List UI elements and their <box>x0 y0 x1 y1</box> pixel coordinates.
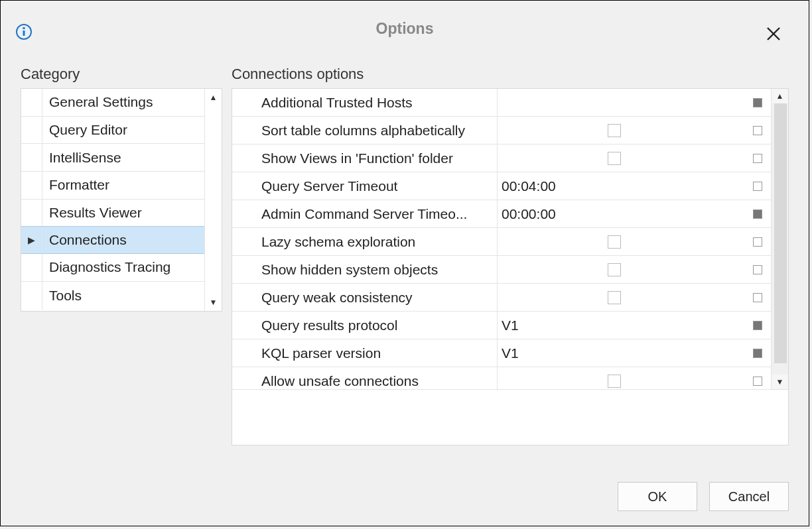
scroll-down-icon[interactable]: ▼ <box>210 298 218 307</box>
category-label: IntelliSense <box>42 150 204 166</box>
option-name: Allow unsafe connections <box>232 367 498 389</box>
option-name: Lazy schema exploration <box>232 228 498 255</box>
option-checkbox[interactable] <box>608 375 621 388</box>
category-list: General SettingsQuery EditorIntelliSense… <box>21 88 222 312</box>
option-name: Query Server Timeout <box>232 172 498 200</box>
option-name: Additional Trusted Hosts <box>232 89 498 116</box>
category-marker <box>21 117 42 144</box>
reset-indicator-icon <box>753 293 762 302</box>
category-item[interactable]: Query Editor <box>21 117 204 145</box>
option-row[interactable]: KQL parser versionV1 <box>232 339 771 367</box>
reset-indicator-icon <box>753 154 762 163</box>
option-name: KQL parser version <box>232 339 498 367</box>
svg-rect-1 <box>23 30 25 36</box>
scrollbar-track[interactable] <box>772 103 788 375</box>
option-row[interactable]: Sort table columns alphabetically <box>232 117 771 145</box>
reset-indicator-icon <box>753 209 762 219</box>
option-checkbox[interactable] <box>608 152 621 165</box>
svg-point-2 <box>23 27 25 30</box>
options-grid: Additional Trusted HostsSort table colum… <box>232 88 789 445</box>
option-value[interactable] <box>498 256 744 283</box>
option-value[interactable]: V1 <box>498 312 744 339</box>
reset-indicator-icon <box>753 126 762 135</box>
option-value[interactable]: 00:04:00 <box>498 172 744 200</box>
option-row[interactable]: Query weak consistency <box>232 284 771 312</box>
scroll-down-icon[interactable]: ▼ <box>772 375 788 389</box>
option-value[interactable] <box>498 145 744 172</box>
option-name: Query results protocol <box>232 312 498 339</box>
option-row[interactable]: Show hidden system objects <box>232 256 771 284</box>
reset-indicator-icon <box>753 349 762 358</box>
option-row[interactable]: Query Server Timeout00:04:00 <box>232 172 771 200</box>
option-value[interactable]: V1 <box>498 339 744 367</box>
option-name: Show Views in 'Function' folder <box>232 145 498 172</box>
cancel-button[interactable]: Cancel <box>709 482 789 511</box>
option-row[interactable]: Admin Command Server Timeo...00:00:00 <box>232 200 771 228</box>
options-scrollbar[interactable]: ▲ ▼ <box>771 89 788 389</box>
category-item[interactable]: IntelliSense <box>21 144 204 172</box>
option-value-text: 00:00:00 <box>502 206 556 222</box>
category-item[interactable]: Tools <box>21 282 204 310</box>
ok-button[interactable]: OK <box>618 482 697 511</box>
option-value[interactable]: 00:00:00 <box>498 200 744 227</box>
category-label: Formatter <box>42 177 204 193</box>
option-row[interactable]: Show Views in 'Function' folder <box>232 145 771 172</box>
close-icon <box>766 27 781 41</box>
option-checkbox[interactable] <box>608 291 621 304</box>
option-value[interactable] <box>498 117 744 144</box>
option-value[interactable] <box>498 89 744 116</box>
option-row[interactable]: Additional Trusted Hosts <box>232 89 771 117</box>
category-marker <box>21 254 42 281</box>
option-reset[interactable] <box>744 117 771 144</box>
category-marker <box>21 172 42 199</box>
option-reset[interactable] <box>744 172 771 200</box>
reset-indicator-icon <box>753 182 762 191</box>
category-item[interactable]: Results Viewer <box>21 200 204 227</box>
option-row[interactable]: Query results protocolV1 <box>232 312 771 339</box>
option-reset[interactable] <box>744 200 771 227</box>
category-item[interactable]: Diagnostics Tracing <box>21 254 204 282</box>
option-value[interactable] <box>498 367 744 389</box>
reset-indicator-icon <box>753 265 762 274</box>
option-reset[interactable] <box>744 228 771 255</box>
option-row[interactable]: Lazy schema exploration <box>232 228 771 256</box>
option-value-text: V1 <box>502 318 519 333</box>
option-reset[interactable] <box>744 312 771 339</box>
option-value[interactable] <box>498 228 744 255</box>
option-reset[interactable] <box>744 367 771 389</box>
option-reset[interactable] <box>744 145 771 172</box>
category-label: Connections <box>42 232 204 248</box>
close-button[interactable] <box>760 21 787 50</box>
option-value[interactable] <box>498 284 744 311</box>
category-scrollbar[interactable]: ▲ ▼ <box>204 89 222 311</box>
category-label: Tools <box>42 288 204 304</box>
option-value-text: 00:04:00 <box>502 178 556 194</box>
category-marker: ▶ <box>21 227 42 253</box>
options-header: Connections options <box>232 66 789 83</box>
options-dialog: Options Category General SettingsQuery E… <box>0 0 809 526</box>
scroll-up-icon[interactable]: ▲ <box>210 93 218 102</box>
scrollbar-thumb[interactable] <box>774 103 787 363</box>
category-marker <box>21 200 42 227</box>
category-item[interactable]: Formatter <box>21 172 204 200</box>
category-item[interactable]: General Settings <box>21 89 204 117</box>
category-item[interactable]: ▶Connections <box>21 226 204 254</box>
option-row[interactable]: Allow unsafe connections <box>232 367 771 389</box>
option-reset[interactable] <box>744 256 771 283</box>
option-value-text: V1 <box>502 345 519 361</box>
option-checkbox[interactable] <box>608 235 621 249</box>
titlebar: Options <box>1 1 809 39</box>
option-checkbox[interactable] <box>608 124 621 137</box>
option-reset[interactable] <box>744 339 771 367</box>
options-description-area <box>232 389 788 445</box>
option-reset[interactable] <box>744 89 771 116</box>
reset-indicator-icon <box>753 321 762 330</box>
option-reset[interactable] <box>744 284 771 311</box>
dialog-buttons: OK Cancel <box>618 482 789 511</box>
reset-indicator-icon <box>753 377 762 386</box>
dialog-title: Options <box>376 20 434 38</box>
category-marker <box>21 144 42 171</box>
option-name: Query weak consistency <box>232 284 498 311</box>
scroll-up-icon[interactable]: ▲ <box>772 89 788 103</box>
option-checkbox[interactable] <box>608 263 621 276</box>
